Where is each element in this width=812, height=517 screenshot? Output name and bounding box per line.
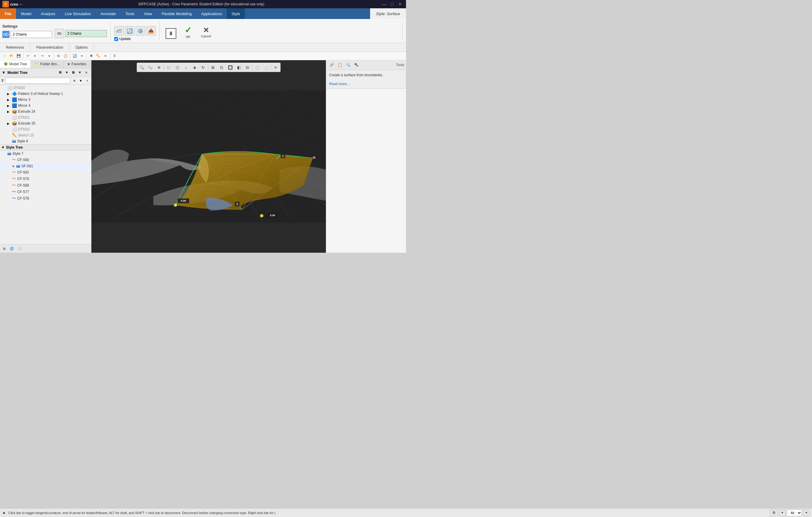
chain1-input[interactable] bbox=[11, 31, 52, 38]
tree-copy-arrow[interactable]: ▼ bbox=[77, 69, 83, 75]
mirror4-expand[interactable]: ▶ bbox=[7, 104, 11, 108]
edit-btn[interactable]: ⚙️ bbox=[136, 26, 145, 36]
tree-item-cf577[interactable]: 〜 CF-577 bbox=[0, 189, 91, 195]
menu-annotate[interactable]: Annotate bbox=[95, 8, 120, 19]
pause-button[interactable]: ⏸ bbox=[166, 28, 176, 39]
tb-open-btn[interactable]: 📂 bbox=[8, 53, 15, 59]
tb-redo-arrow[interactable]: ▼ bbox=[46, 53, 53, 59]
menu-style-surface[interactable]: Style: Surface bbox=[370, 8, 406, 19]
menu-model[interactable]: Model bbox=[16, 8, 36, 19]
vp-flat[interactable]: ⬜ bbox=[262, 63, 270, 71]
read-more-link[interactable]: Read more... bbox=[329, 82, 350, 86]
menu-flexible-modeling[interactable]: Flexible Modeling bbox=[157, 8, 197, 19]
tree-item-mirror3[interactable]: ▶ 🟦 Mirror 3 bbox=[0, 97, 91, 103]
tree-item-sf581[interactable]: ★ 🏔 SF-581 bbox=[0, 163, 91, 169]
tree-item-cf562[interactable]: 〜 CF-562 bbox=[0, 169, 91, 176]
vp-diff[interactable]: ⊟ bbox=[243, 63, 252, 71]
tb-sketch-arrow[interactable]: ▼ bbox=[102, 53, 109, 59]
menu-view[interactable]: View bbox=[139, 8, 157, 19]
tree-filter-btn[interactable]: ⚙ bbox=[57, 69, 63, 75]
pattern3-expand[interactable]: ▶ bbox=[7, 92, 11, 95]
ok-button[interactable]: ✓ OK bbox=[181, 25, 195, 40]
tree-item-cf578[interactable]: 〜 CF-578 bbox=[0, 195, 91, 202]
tree-search-input[interactable] bbox=[5, 78, 70, 84]
tree-item-style6[interactable]: 🏔 Style 6 bbox=[0, 138, 91, 144]
tree-settings-btn[interactable]: ≡ bbox=[83, 69, 89, 75]
tb-undo-btn[interactable]: ↩ bbox=[25, 53, 31, 59]
menu-tools[interactable]: Tools bbox=[120, 8, 139, 19]
rp-link-icon[interactable]: 🔗 bbox=[328, 61, 335, 68]
tree-copy-btn[interactable]: ⧉ bbox=[70, 69, 76, 75]
tree-item-style7[interactable]: 🏔 Style 7 bbox=[0, 151, 91, 157]
tab-references[interactable]: References bbox=[0, 43, 30, 51]
tree-item-cf568[interactable]: 〜 CF-568 bbox=[0, 182, 91, 189]
panel-btn3[interactable]: □ bbox=[16, 245, 23, 252]
tb-sketch-btn[interactable]: ✏️ bbox=[95, 53, 102, 59]
panel-btn2[interactable]: 🌐 bbox=[9, 245, 15, 252]
tb-redo-btn[interactable]: ↪ bbox=[39, 53, 46, 59]
refresh-btn[interactable]: 🔄 bbox=[125, 26, 135, 36]
tb-erase-btn[interactable]: ✖ bbox=[88, 53, 94, 59]
update-checkbox[interactable] bbox=[114, 37, 118, 41]
chain2-input[interactable] bbox=[65, 30, 107, 37]
menu-applications[interactable]: Applications bbox=[197, 8, 227, 19]
vp-menu[interactable]: ≡ bbox=[271, 63, 280, 71]
menu-style[interactable]: Style bbox=[227, 8, 245, 19]
tree-item-dtm32[interactable]: ⬜ DTM32 bbox=[0, 126, 91, 132]
tb-save-btn[interactable]: 💾 bbox=[16, 53, 22, 59]
vp-hex[interactable]: ⬡ bbox=[173, 63, 182, 71]
tab-model-tree[interactable]: 🌳 Model Tree bbox=[0, 60, 31, 68]
vp-grid2[interactable]: ⊡ bbox=[218, 63, 226, 71]
tree-item-extrude24[interactable]: ▶ 📦 Extrude 24 bbox=[0, 109, 91, 115]
tree-item-dtm30[interactable]: ⬜ DTM30 bbox=[0, 85, 91, 91]
tree-item-dtm31[interactable]: ⬜ DTM31 bbox=[0, 115, 91, 120]
vp-split[interactable]: ◧ bbox=[235, 63, 243, 71]
extrude25-expand[interactable]: ▶ bbox=[7, 122, 11, 125]
tb-regen-btn[interactable]: 🔄 bbox=[71, 53, 78, 59]
vp-grid[interactable]: ⊞ bbox=[209, 63, 217, 71]
vp-spin[interactable]: ↻ bbox=[199, 63, 207, 71]
tree-item-pattern3[interactable]: ▶ 🔷 Pattern 3 of Helical Sweep 1 bbox=[0, 91, 91, 97]
extrude24-expand[interactable]: ▶ bbox=[7, 110, 11, 113]
style-tree-header[interactable]: ▼ Style Tree bbox=[0, 144, 91, 151]
vp-rotate[interactable]: ◈ bbox=[191, 63, 199, 71]
rp-list-icon[interactable]: 📋 bbox=[336, 61, 343, 68]
vp-zoom-in[interactable]: 🔍 bbox=[138, 63, 146, 71]
vp-zoom-out[interactable]: 🔍- bbox=[146, 63, 155, 71]
tab-folder-browser[interactable]: 📁 Folder Bro... bbox=[31, 60, 63, 68]
viewport[interactable]: 🔍 🔍- ⊞ □ ⬡ ↕ ◈ ↻ ⊞ ⊡ 🔲 ◧ ⊟ ⬚ ⬜ ≡ bbox=[91, 60, 326, 253]
tree-item-cf570[interactable]: 〜 CF-570 bbox=[0, 176, 91, 182]
tree-item-extrude25[interactable]: ▶ 📦 Extrude 25 bbox=[0, 120, 91, 126]
window-controls[interactable]: — □ ✕ bbox=[380, 2, 404, 6]
cancel-button[interactable]: ✕ Cancel bbox=[197, 26, 214, 39]
vp-section[interactable]: 🔲 bbox=[226, 63, 234, 71]
vp-box[interactable]: □ bbox=[165, 63, 173, 71]
export-btn[interactable]: 📤 bbox=[146, 26, 156, 36]
tree-item-cf560[interactable]: 〜 CF-560 bbox=[0, 157, 91, 163]
menu-live-simulation[interactable]: Live Simulation bbox=[60, 8, 95, 19]
vp-3d[interactable]: ⬚ bbox=[253, 63, 261, 71]
vp-axis[interactable]: ↕ bbox=[182, 63, 190, 71]
tree-arrow1[interactable]: ▼ bbox=[64, 69, 70, 75]
tree-item-sketch25[interactable]: ✏️ Sketch 25 bbox=[0, 132, 91, 138]
tree-item-mirror4[interactable]: ▶ 🟦 Mirror 4 bbox=[0, 103, 91, 109]
tb-copy-btn[interactable]: ⧉ bbox=[55, 53, 62, 59]
tab-options[interactable]: Options bbox=[69, 43, 94, 51]
tree-search-clear[interactable]: ✕ bbox=[71, 78, 77, 83]
mirror3-expand[interactable]: ▶ bbox=[7, 98, 11, 101]
close-button[interactable]: ✕ bbox=[397, 2, 404, 6]
tb-filter-btn[interactable]: ⊽ bbox=[111, 53, 118, 59]
vp-zoom-fit[interactable]: ⊞ bbox=[155, 63, 163, 71]
tree-search-dropdown[interactable]: ▼ bbox=[78, 78, 83, 83]
panel-btn1[interactable]: ⊞ bbox=[1, 245, 7, 252]
maximize-button[interactable]: □ bbox=[389, 2, 395, 6]
chain2-pick-btn[interactable] bbox=[55, 29, 64, 38]
tb-new-btn[interactable]: 📄 bbox=[1, 53, 8, 59]
tb-undo-arrow[interactable]: ▼ bbox=[32, 53, 38, 59]
surface-icon-btn[interactable] bbox=[114, 26, 124, 36]
tb-regen-arrow[interactable]: ▼ bbox=[79, 53, 85, 59]
menu-analysis[interactable]: Analysis bbox=[36, 8, 60, 19]
tab-favorites[interactable]: ★ Favorites bbox=[63, 60, 90, 68]
rp-search-icon[interactable]: 🔍 bbox=[345, 61, 352, 68]
menu-file[interactable]: File bbox=[0, 8, 16, 19]
